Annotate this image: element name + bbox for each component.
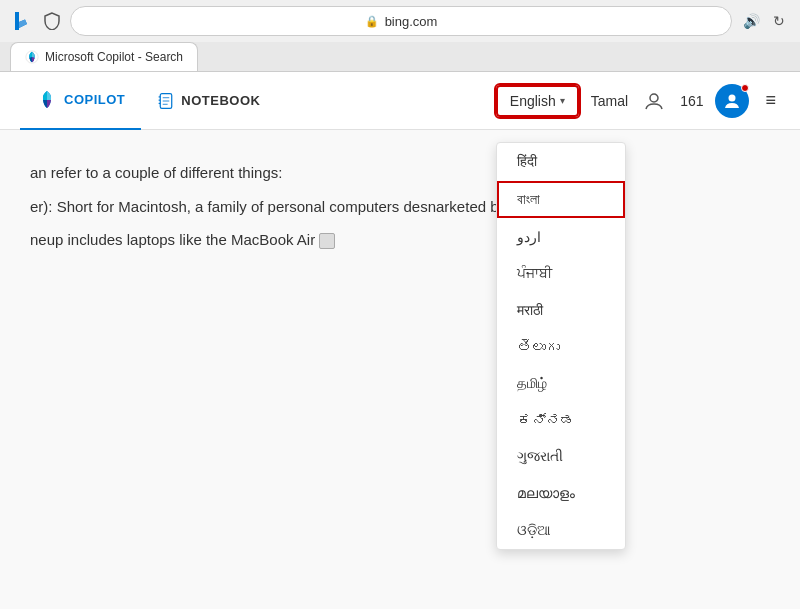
dropdown-item-tamil[interactable]: தமிழ் <box>497 365 625 402</box>
shield-icon <box>42 11 62 31</box>
browser-chrome: 🔒 bing.com 🔊 ↻ Microsoft Copilot - Searc… <box>0 0 800 72</box>
active-tab[interactable]: Microsoft Copilot - Search <box>10 42 198 71</box>
main-content: an refer to a couple of different things… <box>0 130 800 609</box>
content-line-1-text: an refer to a couple of different things… <box>30 164 282 181</box>
content-line-2-text: Short for Macintosh, a family of persona… <box>57 198 428 215</box>
notebook-nav-label: NOTEBOOK <box>181 93 260 108</box>
content-line-3-text: neup includes laptops like the MacBook A… <box>30 231 315 248</box>
tamal-label: Tamal <box>591 93 628 109</box>
content-line-3: neup includes laptops like the MacBook A… <box>30 227 770 253</box>
dropdown-item-hindi[interactable]: हिंदी <box>497 143 625 180</box>
nav-item-notebook[interactable]: NOTEBOOK <box>141 72 276 130</box>
dropdown-item-kannada[interactable]: ಕನ್ನಡ <box>497 402 625 438</box>
lock-icon: 🔒 <box>365 15 379 28</box>
count-badge: 161 <box>680 93 703 109</box>
dropdown-item-marathi[interactable]: मराठी <box>497 292 625 329</box>
content-line-1: an refer to a couple of different things… <box>30 160 770 186</box>
user-icon-button[interactable] <box>640 87 668 115</box>
refresh-icon[interactable]: ↻ <box>768 10 790 32</box>
browser-left-icons <box>10 9 62 33</box>
notification-dot <box>741 84 749 92</box>
notebook-nav-icon <box>157 92 175 110</box>
content-text: an refer to a couple of different things… <box>30 160 770 253</box>
dropdown-item-bangla[interactable]: বাংলা <box>497 181 625 218</box>
dropdown-item-malayalam[interactable]: മലയാളം <box>497 475 625 512</box>
page-content: COPILOT NOTEBOOK English <box>0 72 800 609</box>
svg-point-9 <box>729 94 736 101</box>
nav-left: COPILOT NOTEBOOK <box>20 72 276 130</box>
tab-favicon <box>25 50 39 64</box>
macbook-air-emoji-icon <box>319 233 335 249</box>
copilot-nav: COPILOT NOTEBOOK English <box>0 72 800 130</box>
browser-toolbar: 🔒 bing.com 🔊 ↻ <box>0 0 800 42</box>
nav-item-copilot[interactable]: COPILOT <box>20 72 141 130</box>
language-dropdown-button[interactable]: English ▾ <box>496 85 579 117</box>
tab-title: Microsoft Copilot - Search <box>45 50 183 64</box>
avatar-button[interactable] <box>715 84 749 118</box>
dropdown-item-punjabi[interactable]: ਪੰਜਾਬੀ <box>497 255 625 292</box>
nav-right: English ▾ Tamal 161 ≡ <box>496 84 780 118</box>
hamburger-button[interactable]: ≡ <box>761 86 780 115</box>
copilot-nav-label: COPILOT <box>64 92 125 107</box>
address-text: bing.com <box>385 14 438 29</box>
dropdown-item-telugu[interactable]: తెలుగు <box>497 329 625 365</box>
copilot-nav-icon <box>36 89 58 111</box>
chevron-down-icon: ▾ <box>560 95 565 106</box>
bing-logo <box>10 9 34 33</box>
browser-right-icons: 🔊 ↻ <box>740 10 790 32</box>
dropdown-item-urdu[interactable]: اردو <box>497 219 625 255</box>
content-line-2-prefix: er): <box>30 198 57 215</box>
tab-bar: Microsoft Copilot - Search <box>0 42 800 72</box>
language-dropdown-menu: हिंदी বাংলা اردو ਪੰਜਾਬੀ मराठी తెలుగు தமி… <box>496 142 626 550</box>
address-bar[interactable]: 🔒 bing.com <box>70 6 732 36</box>
language-label: English <box>510 93 556 109</box>
content-line-2: er): Short for Macintosh, a family of pe… <box>30 194 770 220</box>
dropdown-item-gujarati[interactable]: ગુજરાતી <box>497 438 625 475</box>
audio-icon[interactable]: 🔊 <box>740 10 762 32</box>
dropdown-item-odia[interactable]: ଓଡ଼ିଆ <box>497 512 625 549</box>
svg-point-8 <box>650 94 658 102</box>
